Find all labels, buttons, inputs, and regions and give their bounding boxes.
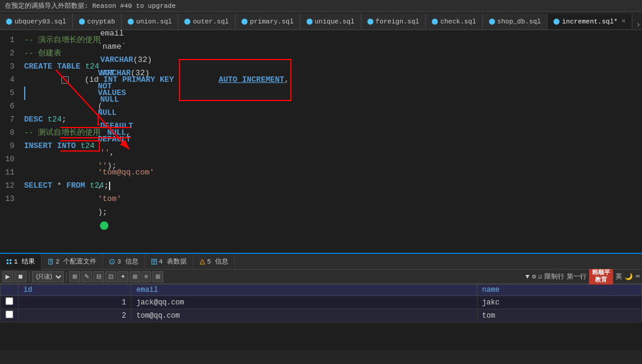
first-row-label: 第一行: [567, 272, 587, 281]
line-numbers: 1 2 3 4 5 6 7 8 9 10 11 12 13: [0, 30, 19, 253]
separator-2: [66, 272, 67, 282]
keyword-insert: INSERT: [24, 140, 52, 153]
lang-label: 英: [616, 272, 622, 281]
bottom-panel: 1 结果 2 个配置文件 i 3 信息 4 表数据: [0, 253, 642, 364]
tab-icon: [307, 19, 313, 25]
keyword-auto-increment: AUTO_INCREMENT: [219, 75, 284, 84]
tab-label: increment.sql*: [562, 18, 617, 25]
readonly-select[interactable]: (只读): [32, 271, 64, 282]
col-header-id[interactable]: id: [19, 285, 131, 296]
execute-button[interactable]: ▶: [2, 271, 13, 282]
tab-coyptab[interactable]: coyptab: [73, 14, 122, 29]
tab-tabledata[interactable]: 4 表数据: [145, 254, 193, 270]
keyword-values: VALUES: [98, 88, 126, 97]
separator: [29, 272, 30, 282]
warning-icon: !: [199, 259, 205, 265]
tab-config-label: 2 个配置文件: [55, 257, 96, 266]
value-email: 'tom@qq.com': [98, 168, 154, 177]
toolbar-right: ▼ ⚙ ☑ 限制行 第一行 韩顺平 教育 英 🌙 ⌨: [526, 269, 640, 285]
col-name: name: [102, 42, 121, 51]
col-header-name[interactable]: name: [477, 285, 641, 296]
tab-check[interactable]: check.sql: [426, 14, 482, 29]
tab-label: union.sql: [136, 18, 172, 25]
file-icon: [48, 259, 54, 265]
svg-rect-3: [10, 259, 11, 261]
tab-outer[interactable]: outer.sql: [178, 14, 235, 29]
tab-label: coyptab: [87, 18, 115, 25]
comment-2: -- 创建表: [24, 47, 61, 60]
add-tab-icon[interactable]: ›: [632, 20, 642, 29]
code-line-10: VALUES ( NULL, 'tom@qq.com' , 'tom' );: [24, 153, 637, 166]
cell-email-1: jack@qq.com: [131, 296, 477, 309]
tab-results[interactable]: 1 结果: [0, 254, 42, 270]
stop-button[interactable]: ⏹: [14, 271, 26, 282]
tab-info5-label: 5 信息: [207, 257, 228, 266]
toolbar-btn-5[interactable]: ✦: [117, 271, 128, 282]
table-row: 1 jack@qq.com jakc: [1, 296, 642, 309]
tab-increment[interactable]: increment.sql* ×: [547, 14, 632, 29]
tab-primary[interactable]: primary.sql: [235, 14, 301, 29]
svg-text:i: i: [111, 260, 114, 264]
svg-rect-4: [7, 262, 8, 264]
cursor: [109, 182, 110, 190]
cell-name-2: tom: [477, 309, 641, 322]
tab-ubquery03[interactable]: ubquery03.sql: [0, 14, 73, 29]
tab-icon: [242, 19, 248, 25]
cell-name-1: jakc: [477, 296, 641, 309]
filter-icon: ▼: [526, 273, 530, 280]
tab-info3[interactable]: i 3 信息: [103, 254, 145, 270]
toolbar-btn-1[interactable]: ⊞: [69, 271, 80, 282]
keyword-desc: DESC: [24, 113, 43, 126]
tab-unique[interactable]: unique.sql: [301, 14, 361, 29]
tab-results-label: 1 结果: [14, 257, 35, 266]
tab-icon: [184, 19, 190, 25]
tab-union[interactable]: union.sql: [122, 14, 178, 29]
table-icon: [151, 259, 157, 265]
svg-rect-2: [7, 259, 8, 261]
keyword-select: SELECT: [24, 179, 52, 193]
toolbar-row: ▶ ⏹ (只读) ⊞ ✎ ⊟ ⊡ ✦ ⊞ ≡ ⊞ ▼ ⚙ ☑ 限制行 第一行 韩…: [0, 270, 642, 284]
cell-id-2: 2: [19, 309, 131, 322]
toolbar-btn-3[interactable]: ⊟: [93, 271, 104, 282]
grid-icon: [6, 259, 12, 265]
toolbar-btn-4[interactable]: ⊡: [105, 271, 116, 282]
tab-config[interactable]: 2 个配置文件: [42, 254, 103, 270]
auto-increment-highlight: AUTO_INCREMENT,: [179, 59, 291, 101]
tab-label: unique.sql: [315, 18, 355, 25]
toolbar-btn-6[interactable]: ⊞: [129, 271, 140, 282]
tab-icon: [489, 19, 495, 25]
toolbar-btn-7[interactable]: ≡: [142, 271, 151, 282]
tab-icon: [6, 19, 12, 25]
close-icon[interactable]: ×: [622, 17, 626, 26]
col-header-email[interactable]: email: [131, 285, 477, 296]
tab-label: outer.sql: [193, 18, 228, 25]
toolbar-btn-8[interactable]: ⊞: [152, 271, 163, 282]
row-checkbox-2[interactable]: [1, 309, 19, 322]
tab-bar: ubquery03.sql coyptab union.sql outer.sq…: [0, 12, 642, 30]
table-name-t24-4: t24: [90, 179, 104, 193]
row-checkbox-1[interactable]: [1, 296, 19, 309]
cell-email-2: tom@qq.com: [131, 309, 477, 322]
svg-text:!: !: [201, 261, 203, 264]
table-header-row: id email name: [1, 285, 642, 296]
tab-icon: [432, 19, 438, 25]
tab-shop-db[interactable]: shop_db.sql: [483, 14, 548, 29]
col-header-checkbox: [1, 285, 19, 296]
tab-label: check.sql: [440, 18, 476, 25]
bottom-tabs: 1 结果 2 个配置文件 i 3 信息 4 表数据: [0, 254, 642, 270]
tab-label: ubquery03.sql: [14, 18, 66, 25]
null-highlight: NULL,: [60, 114, 131, 152]
code-content[interactable]: -- 演示自增长的使用 -- 创建表 CREATE TABLE t24 - ( …: [19, 30, 642, 253]
value-name: 'tom': [98, 194, 121, 203]
tab-icon: [79, 19, 85, 25]
tab-foreign[interactable]: foreign.sql: [361, 14, 426, 29]
tab-label: foreign.sql: [376, 18, 420, 25]
toolbar-btn-2[interactable]: ✎: [81, 271, 92, 282]
tab-tabledata-label: 4 表数据: [159, 257, 187, 266]
user-badge: 韩顺平 教育: [589, 269, 613, 285]
keyboard-icon: ⌨: [635, 273, 640, 280]
checkbox-limit: ☑: [538, 273, 543, 280]
table-row: 2 tom@qq.com tom: [1, 309, 642, 322]
tab-info5[interactable]: ! 5 信息: [193, 254, 235, 270]
keyword-from: FROM: [66, 179, 85, 193]
